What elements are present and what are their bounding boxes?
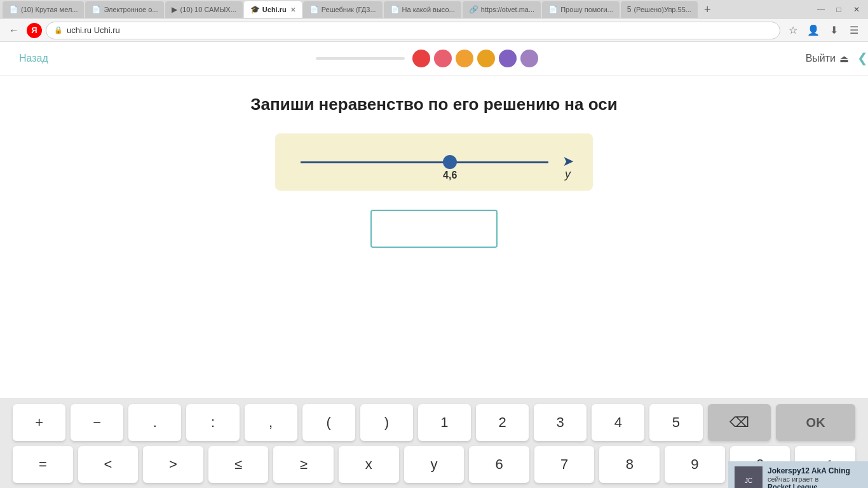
back-arrow-icon: ❮ [857, 51, 868, 64]
steam-notification[interactable]: JC Jokerspy12 AkA Ching сейчас играет в … [728, 461, 868, 488]
tab-6[interactable]: 📄 На какой высо... [384, 1, 461, 18]
page-content: ❮ Назад Выйти ⏏ Запиши неравенство [0, 42, 868, 398]
tab-8-icon: 📄 [548, 5, 558, 14]
key-2[interactable]: 2 [476, 404, 529, 441]
dot-1 [412, 50, 430, 67]
steam-status: сейчас играет в [768, 475, 850, 483]
steam-username: Jokerspy12 AkA Ching [768, 466, 850, 475]
task-title: Запиши неравенство по его решению на оси [250, 95, 617, 114]
key-4[interactable]: 4 [592, 404, 644, 441]
profile-button[interactable]: 👤 [804, 22, 822, 39]
logout-label: Выйти [806, 53, 836, 64]
key-5[interactable]: 5 [649, 404, 702, 441]
tab-5-label: Решебник (ГД3... [322, 6, 376, 13]
tab-4-label: Uchi.ru [262, 6, 287, 13]
arrow-icon: ➤ [562, 154, 574, 168]
tab-7[interactable]: 🔗 https://otvet.ma... [463, 1, 541, 18]
tab-1-label: (10) Крутая мел... [21, 6, 78, 13]
tab-4-icon: 🎓 [250, 5, 260, 14]
steam-game: Rocket League [768, 483, 850, 488]
tab-9-label: (Решено)Упр.55... [634, 6, 691, 13]
tab-1-icon: 📄 [9, 5, 18, 14]
lock-icon: 🔒 [54, 26, 63, 34]
tab-bar: 📄 (10) Крутая мел... 📄 Электронное о... … [0, 0, 868, 19]
number-line-container: ➤ 4,6 y [275, 133, 593, 191]
key-equals[interactable]: = [13, 446, 73, 483]
tab-2-icon: 📄 [92, 5, 101, 14]
dot-2 [434, 50, 452, 67]
key-less[interactable]: < [78, 446, 139, 483]
tab-5-icon: 📄 [309, 5, 319, 14]
maximize-button[interactable]: □ [830, 1, 848, 18]
tab-6-label: На какой высо... [402, 6, 455, 13]
address-bar[interactable]: 🔒 uchi.ru Uchi.ru [46, 22, 780, 39]
bookmark-button[interactable]: ☆ [784, 22, 802, 39]
tab-9-icon: 5 [627, 5, 632, 14]
back-label: Назад [19, 53, 48, 64]
tab-4[interactable]: 🎓 Uchi.ru ✕ [244, 1, 302, 18]
number-line-bar [301, 161, 548, 163]
download-button[interactable]: ⬇ [825, 22, 843, 39]
tab-2-label: Электронное о... [104, 6, 158, 13]
key-6[interactable]: 6 [469, 446, 529, 483]
key-9[interactable]: 9 [665, 446, 725, 483]
ok-key[interactable]: OK [776, 404, 855, 441]
dot-5 [499, 50, 517, 67]
uchi-nav: ❮ Назад Выйти ⏏ [0, 42, 868, 76]
tab-2[interactable]: 📄 Электронное о... [85, 1, 164, 18]
address-full: Uchi.ru [94, 25, 120, 35]
key-open-paren[interactable]: ( [302, 404, 355, 441]
key-plus[interactable]: + [13, 404, 65, 441]
key-minus[interactable]: − [71, 404, 123, 441]
progress-line [316, 57, 405, 60]
browser-chrome: 📄 (10) Крутая мел... 📄 Электронное о... … [0, 0, 868, 42]
key-comma[interactable]: , [245, 404, 297, 441]
content-area: ❮ Назад Выйти ⏏ Запиши неравенство [0, 42, 868, 398]
logout-button[interactable]: Выйти ⏏ [806, 53, 849, 65]
key-close-paren[interactable]: ) [360, 404, 413, 441]
key-y[interactable]: y [404, 446, 465, 483]
menu-button[interactable]: ☰ [845, 22, 863, 39]
dot-3 [456, 50, 473, 67]
tab-5[interactable]: 📄 Решебник (ГД3... [303, 1, 383, 18]
minimize-button[interactable]: — [812, 1, 830, 18]
new-tab-button[interactable]: + [699, 3, 716, 17]
key-colon[interactable]: : [186, 404, 239, 441]
key-greater[interactable]: > [143, 446, 203, 483]
logout-icon: ⏏ [839, 53, 849, 65]
key-geq[interactable]: ≥ [273, 446, 334, 483]
close-button[interactable]: ✕ [848, 1, 865, 18]
tab-8-label: Прошу помоги... [560, 6, 613, 13]
back-button[interactable]: ❮ Назад [19, 53, 48, 64]
key-leq[interactable]: ≤ [208, 446, 269, 483]
tab-7-icon: 🔗 [469, 5, 478, 14]
key-1[interactable]: 1 [418, 404, 471, 441]
steam-popup-text: Jokerspy12 AkA Ching сейчас играет в Roc… [768, 466, 850, 488]
key-x[interactable]: x [339, 446, 399, 483]
dot-6 [520, 50, 538, 67]
yandex-logo: Я [27, 23, 42, 38]
steam-avatar: JC [735, 466, 763, 488]
key-dot[interactable]: . [128, 404, 181, 441]
point-label: 4,6 [443, 170, 457, 181]
progress-dots [316, 50, 538, 67]
tab-4-close[interactable]: ✕ [290, 6, 295, 13]
number-line-point [443, 155, 457, 169]
number-line: ➤ 4,6 y [301, 149, 567, 175]
key-7[interactable]: 7 [534, 446, 595, 483]
key-3[interactable]: 3 [534, 404, 587, 441]
tab-3[interactable]: ▶ (10) 10 САМЫХ... [165, 1, 242, 18]
backspace-key[interactable]: ⌫ [708, 404, 771, 441]
browser-actions: ☆ 👤 ⬇ ☰ [784, 22, 863, 39]
tab-3-icon: ▶ [172, 5, 177, 14]
tab-8[interactable]: 📄 Прошу помоги... [542, 1, 620, 18]
tab-7-label: https://otvet.ma... [481, 6, 534, 13]
tab-1[interactable]: 📄 (10) Крутая мел... [3, 1, 84, 18]
tab-3-label: (10) 10 САМЫХ... [180, 6, 236, 13]
answer-input-box[interactable] [370, 210, 498, 248]
address-url: uchi.ru [67, 25, 92, 35]
back-button[interactable]: ← [5, 22, 23, 39]
tab-9[interactable]: 5 (Решено)Упр.55... [621, 1, 698, 18]
dot-4 [477, 50, 495, 67]
key-8[interactable]: 8 [599, 446, 660, 483]
